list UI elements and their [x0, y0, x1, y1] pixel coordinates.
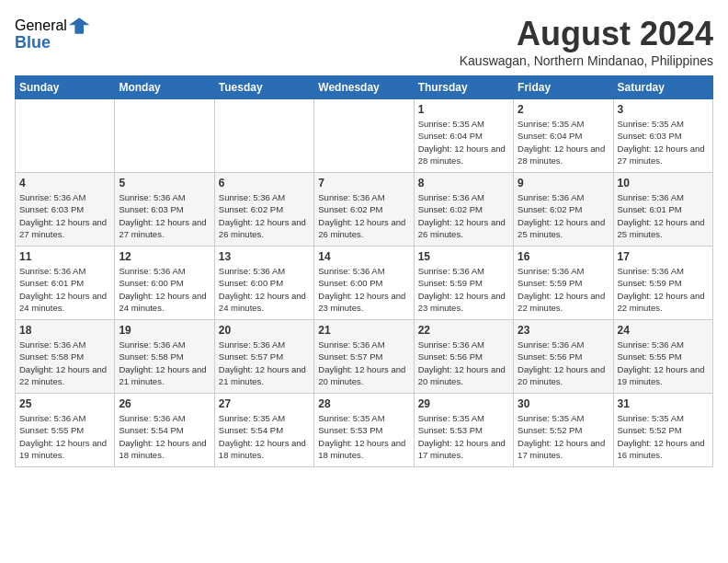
day-info: Sunrise: 5:36 AMSunset: 6:02 PMDaylight:…	[518, 191, 609, 240]
day-number: 20	[219, 324, 310, 337]
weekday-header-thursday: Thursday	[414, 76, 513, 99]
calendar-cell: 15Sunrise: 5:36 AMSunset: 5:59 PMDayligh…	[414, 247, 513, 320]
calendar-cell: 8Sunrise: 5:36 AMSunset: 6:02 PMDaylight…	[414, 173, 513, 247]
day-info: Sunrise: 5:36 AMSunset: 6:02 PMDaylight:…	[418, 191, 509, 240]
logo-general-text: General	[15, 17, 67, 34]
day-number: 19	[119, 324, 210, 337]
calendar-cell: 3Sunrise: 5:35 AMSunset: 6:03 PMDaylight…	[613, 99, 712, 173]
logo-blue-text: Blue	[15, 33, 51, 52]
day-number: 1	[418, 103, 509, 116]
calendar-cell: 30Sunrise: 5:35 AMSunset: 5:52 PMDayligh…	[514, 394, 613, 467]
day-info: Sunrise: 5:36 AMSunset: 5:56 PMDaylight:…	[418, 339, 509, 387]
day-number: 27	[219, 397, 310, 410]
weekday-header-sunday: Sunday	[16, 76, 115, 99]
calendar-cell	[16, 99, 115, 173]
weekday-header-friday: Friday	[514, 76, 613, 99]
day-info: Sunrise: 5:36 AMSunset: 6:02 PMDaylight:…	[318, 191, 409, 240]
day-number: 12	[119, 250, 210, 263]
calendar-cell: 12Sunrise: 5:36 AMSunset: 6:00 PMDayligh…	[115, 247, 214, 320]
day-number: 18	[19, 324, 110, 337]
calendar-cell: 5Sunrise: 5:36 AMSunset: 6:03 PMDaylight…	[115, 173, 214, 247]
calendar-week-5: 25Sunrise: 5:36 AMSunset: 5:55 PMDayligh…	[16, 394, 713, 467]
day-number: 14	[318, 250, 409, 263]
calendar-cell: 2Sunrise: 5:35 AMSunset: 6:04 PMDaylight…	[514, 99, 613, 173]
day-info: Sunrise: 5:35 AMSunset: 6:03 PMDaylight:…	[618, 118, 709, 167]
day-number: 15	[418, 250, 509, 263]
day-info: Sunrise: 5:36 AMSunset: 6:00 PMDaylight:…	[318, 265, 409, 314]
day-info: Sunrise: 5:36 AMSunset: 6:00 PMDaylight:…	[219, 265, 310, 314]
calendar-cell: 21Sunrise: 5:36 AMSunset: 5:57 PMDayligh…	[314, 320, 414, 394]
day-info: Sunrise: 5:36 AMSunset: 6:02 PMDaylight:…	[219, 191, 310, 240]
day-info: Sunrise: 5:35 AMSunset: 5:52 PMDaylight:…	[618, 412, 709, 461]
day-number: 26	[119, 397, 210, 410]
calendar-cell: 1Sunrise: 5:35 AMSunset: 6:04 PMDaylight…	[414, 99, 513, 173]
day-number: 11	[19, 250, 110, 263]
calendar-cell: 4Sunrise: 5:36 AMSunset: 6:03 PMDaylight…	[16, 173, 115, 247]
calendar-cell: 18Sunrise: 5:36 AMSunset: 5:58 PMDayligh…	[16, 320, 115, 394]
calendar-cell: 23Sunrise: 5:36 AMSunset: 5:56 PMDayligh…	[514, 320, 613, 394]
calendar-week-3: 11Sunrise: 5:36 AMSunset: 6:01 PMDayligh…	[16, 247, 713, 320]
day-number: 25	[19, 397, 110, 410]
day-number: 13	[219, 250, 310, 263]
calendar-cell: 16Sunrise: 5:36 AMSunset: 5:59 PMDayligh…	[514, 247, 613, 320]
weekday-header-monday: Monday	[115, 76, 214, 99]
day-info: Sunrise: 5:36 AMSunset: 5:56 PMDaylight:…	[518, 339, 609, 387]
title-block: August 2024 Kauswagan, Northern Mindanao…	[460, 15, 713, 68]
calendar-cell: 25Sunrise: 5:36 AMSunset: 5:55 PMDayligh…	[16, 394, 115, 467]
day-number: 5	[119, 177, 210, 190]
day-info: Sunrise: 5:35 AMSunset: 6:04 PMDaylight:…	[518, 118, 609, 167]
calendar-cell	[214, 99, 313, 173]
calendar-table: SundayMondayTuesdayWednesdayThursdayFrid…	[15, 75, 713, 467]
day-info: Sunrise: 5:36 AMSunset: 5:58 PMDaylight:…	[119, 339, 210, 387]
calendar-cell: 17Sunrise: 5:36 AMSunset: 5:59 PMDayligh…	[613, 247, 712, 320]
day-number: 16	[518, 250, 609, 263]
day-number: 30	[518, 397, 609, 410]
calendar-cell: 19Sunrise: 5:36 AMSunset: 5:58 PMDayligh…	[115, 320, 214, 394]
day-number: 23	[518, 324, 609, 337]
calendar-cell	[314, 99, 414, 173]
svg-marker-0	[69, 17, 89, 34]
day-info: Sunrise: 5:36 AMSunset: 6:01 PMDaylight:…	[618, 191, 709, 240]
day-number: 2	[518, 103, 609, 116]
day-info: Sunrise: 5:36 AMSunset: 5:57 PMDaylight:…	[219, 339, 310, 387]
month-year: August 2024	[460, 15, 713, 53]
day-number: 21	[318, 324, 409, 337]
day-number: 8	[418, 177, 509, 190]
calendar-cell: 26Sunrise: 5:36 AMSunset: 5:54 PMDayligh…	[115, 394, 214, 467]
calendar-cell: 10Sunrise: 5:36 AMSunset: 6:01 PMDayligh…	[613, 173, 712, 247]
day-number: 29	[418, 397, 509, 410]
day-info: Sunrise: 5:36 AMSunset: 5:59 PMDaylight:…	[418, 265, 509, 314]
day-info: Sunrise: 5:36 AMSunset: 6:03 PMDaylight:…	[19, 191, 110, 240]
page-header: General Blue August 2024 Kauswagan, Nort…	[15, 15, 713, 68]
calendar-week-1: 1Sunrise: 5:35 AMSunset: 6:04 PMDaylight…	[16, 99, 713, 173]
day-number: 10	[618, 177, 709, 190]
day-info: Sunrise: 5:36 AMSunset: 6:00 PMDaylight:…	[119, 265, 210, 314]
calendar-cell: 13Sunrise: 5:36 AMSunset: 6:00 PMDayligh…	[214, 247, 313, 320]
day-number: 7	[318, 177, 409, 190]
day-info: Sunrise: 5:36 AMSunset: 5:55 PMDaylight:…	[618, 339, 709, 387]
calendar-cell: 9Sunrise: 5:36 AMSunset: 6:02 PMDaylight…	[514, 173, 613, 247]
weekday-header-row: SundayMondayTuesdayWednesdayThursdayFrid…	[16, 76, 713, 99]
day-info: Sunrise: 5:36 AMSunset: 5:55 PMDaylight:…	[19, 412, 110, 461]
weekday-header-tuesday: Tuesday	[214, 76, 313, 99]
calendar-cell: 28Sunrise: 5:35 AMSunset: 5:53 PMDayligh…	[314, 394, 414, 467]
day-number: 28	[318, 397, 409, 410]
day-number: 22	[418, 324, 509, 337]
logo: General Blue	[15, 15, 91, 52]
day-number: 4	[19, 177, 110, 190]
calendar-cell: 29Sunrise: 5:35 AMSunset: 5:53 PMDayligh…	[414, 394, 513, 467]
day-info: Sunrise: 5:35 AMSunset: 6:04 PMDaylight:…	[418, 118, 509, 167]
calendar-cell: 14Sunrise: 5:36 AMSunset: 6:00 PMDayligh…	[314, 247, 414, 320]
calendar-cell: 22Sunrise: 5:36 AMSunset: 5:56 PMDayligh…	[414, 320, 513, 394]
calendar-week-2: 4Sunrise: 5:36 AMSunset: 6:03 PMDaylight…	[16, 173, 713, 247]
calendar-cell: 7Sunrise: 5:36 AMSunset: 6:02 PMDaylight…	[314, 173, 414, 247]
calendar-cell: 20Sunrise: 5:36 AMSunset: 5:57 PMDayligh…	[214, 320, 313, 394]
weekday-header-saturday: Saturday	[613, 76, 712, 99]
day-number: 31	[618, 397, 709, 410]
day-info: Sunrise: 5:36 AMSunset: 5:58 PMDaylight:…	[19, 339, 110, 387]
day-info: Sunrise: 5:35 AMSunset: 5:52 PMDaylight:…	[518, 412, 609, 461]
calendar-cell: 11Sunrise: 5:36 AMSunset: 6:01 PMDayligh…	[16, 247, 115, 320]
day-info: Sunrise: 5:35 AMSunset: 5:53 PMDaylight:…	[418, 412, 509, 461]
weekday-header-wednesday: Wednesday	[314, 76, 414, 99]
calendar-cell	[115, 99, 214, 173]
